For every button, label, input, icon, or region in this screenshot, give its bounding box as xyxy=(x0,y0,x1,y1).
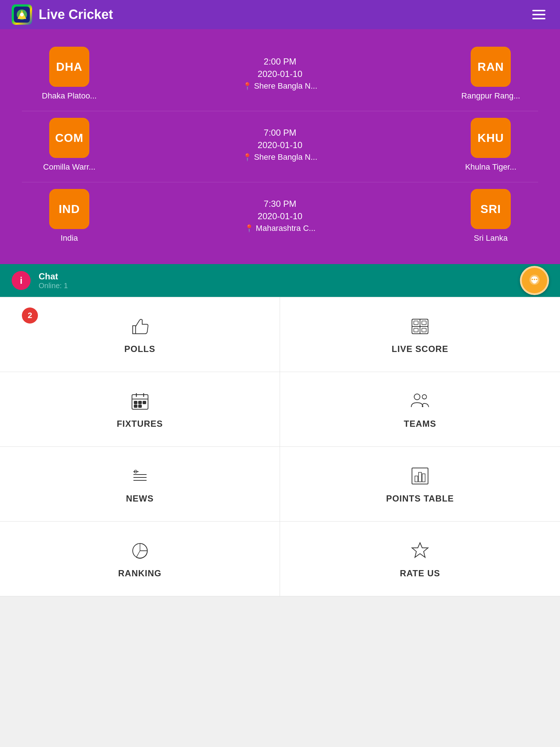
svg-rect-24 xyxy=(139,405,141,407)
app-title: Live Cricket xyxy=(39,7,113,22)
news-label: NEWS xyxy=(126,494,154,504)
svg-rect-15 xyxy=(422,328,426,332)
hamburger-menu[interactable] xyxy=(529,7,548,22)
grid-item-polls[interactable]: 2 POLLS xyxy=(0,297,280,372)
chat-bar[interactable]: i Chat Online: 1 xyxy=(0,264,560,297)
svg-rect-20 xyxy=(134,401,137,404)
team-ind-badge: IND xyxy=(49,189,89,229)
grid-item-live-score[interactable]: LIVE SCORE xyxy=(280,297,560,372)
team-dha-badge: DHA xyxy=(49,47,89,87)
chat-bubble-button[interactable] xyxy=(520,266,549,295)
team-sri: SRI Sri Lanka xyxy=(443,189,538,243)
match-row-3[interactable]: IND India 7:30 PM 2020-01-10 📍 Maharasht… xyxy=(22,182,538,253)
svg-point-2 xyxy=(20,13,24,16)
points-table-label: POINTS TABLE xyxy=(386,494,454,504)
team-sri-name: Sri Lanka xyxy=(474,233,508,243)
grid-item-teams[interactable]: TEAMS xyxy=(280,372,560,447)
svg-point-25 xyxy=(414,394,420,400)
match-info-1: 2:00 PM 2020-01-10 📍 Shere Bangla N... xyxy=(117,57,443,91)
match-venue-2: 📍 Shere Bangla N... xyxy=(243,152,318,162)
footer-space xyxy=(0,596,560,742)
grid-item-rate-us[interactable]: RATE US xyxy=(280,522,560,596)
svg-rect-35 xyxy=(422,474,425,482)
svg-rect-22 xyxy=(143,401,146,404)
team-ind: IND India xyxy=(22,189,117,243)
chat-info-button[interactable]: i xyxy=(12,271,31,290)
svg-point-26 xyxy=(422,395,427,399)
rate-us-label: RATE US xyxy=(400,568,440,578)
team-khu-badge: KHU xyxy=(471,118,511,158)
grid-section: 2 POLLS L xyxy=(0,297,560,596)
thumbs-up-icon xyxy=(128,315,152,338)
bar-chart-icon xyxy=(408,464,432,488)
calendar-icon xyxy=(128,390,152,413)
star-icon xyxy=(408,539,432,562)
ranking-label: RANKING xyxy=(118,568,162,578)
chat-label: Chat xyxy=(39,271,68,282)
match-info-2: 7:00 PM 2020-01-10 📍 Shere Bangla N... xyxy=(117,128,443,162)
pin-icon-1: 📍 xyxy=(243,82,252,90)
chat-online-count: Online: 1 xyxy=(39,282,68,290)
svg-rect-23 xyxy=(134,405,137,407)
match-time-3: 7:30 PM xyxy=(264,199,296,209)
grid-item-ranking[interactable]: RANKING xyxy=(0,522,280,596)
team-ran-badge: RAN xyxy=(471,47,511,87)
svg-rect-13 xyxy=(422,321,426,325)
team-khu-name: Khulna Tiger... xyxy=(465,162,517,172)
team-dha-name: Dhaka Platoo... xyxy=(42,91,97,101)
teams-icon xyxy=(408,390,432,413)
match-date-1: 2020-01-10 xyxy=(258,69,303,79)
match-row-2[interactable]: COM Comilla Warr... 7:00 PM 2020-01-10 📍… xyxy=(22,111,538,182)
svg-rect-21 xyxy=(139,401,141,404)
grid-container: 2 POLLS L xyxy=(0,297,560,596)
pin-icon-3: 📍 xyxy=(245,224,254,233)
chat-bubble-icon xyxy=(527,273,542,288)
pie-chart-icon xyxy=(128,539,152,562)
svg-rect-14 xyxy=(414,328,418,332)
app-logo xyxy=(12,4,32,25)
team-ran: RAN Rangpur Rang... xyxy=(443,47,538,101)
match-row-1[interactable]: DHA Dhaka Platoo... 2:00 PM 2020-01-10 📍… xyxy=(22,40,538,111)
matches-section: DHA Dhaka Platoo... 2:00 PM 2020-01-10 📍… xyxy=(0,29,560,264)
match-time-1: 2:00 PM xyxy=(264,57,296,67)
fixtures-label: FIXTURES xyxy=(117,419,163,429)
match-date-2: 2020-01-10 xyxy=(258,140,303,150)
match-time-2: 7:00 PM xyxy=(264,128,296,138)
svg-rect-33 xyxy=(415,476,418,482)
scoreboard-icon xyxy=(408,315,432,338)
team-sri-badge: SRI xyxy=(471,189,511,229)
grid-item-points-table[interactable]: POINTS TABLE xyxy=(280,447,560,522)
polls-badge: 2 xyxy=(22,307,38,324)
hamburger-line-1 xyxy=(532,10,545,11)
hamburger-line-2 xyxy=(532,14,545,15)
grid-item-fixtures[interactable]: FIXTURES xyxy=(0,372,280,447)
svg-rect-12 xyxy=(414,321,418,325)
match-info-3: 7:30 PM 2020-01-10 📍 Maharashtra C... xyxy=(117,199,443,233)
team-com: COM Comilla Warr... xyxy=(22,118,117,172)
hamburger-line-3 xyxy=(532,18,545,19)
team-dha: DHA Dhaka Platoo... xyxy=(22,47,117,101)
grid-item-news[interactable]: NEWS xyxy=(0,447,280,522)
header-left: Live Cricket xyxy=(12,4,113,25)
app-header: Live Cricket xyxy=(0,0,560,29)
svg-point-7 xyxy=(534,279,535,280)
chat-text: Chat Online: 1 xyxy=(39,271,68,290)
teams-label: TEAMS xyxy=(404,419,436,429)
svg-marker-37 xyxy=(412,543,428,557)
match-venue-3: 📍 Maharashtra C... xyxy=(245,224,316,233)
team-com-badge: COM xyxy=(49,118,89,158)
team-ran-name: Rangpur Rang... xyxy=(461,91,520,101)
news-icon xyxy=(128,464,152,488)
match-venue-1: 📍 Shere Bangla N... xyxy=(243,81,318,91)
team-ind-name: India xyxy=(61,233,78,243)
polls-label: POLLS xyxy=(124,344,155,354)
svg-point-6 xyxy=(532,279,533,280)
svg-point-8 xyxy=(536,279,537,280)
pin-icon-2: 📍 xyxy=(243,153,252,162)
team-khu: KHU Khulna Tiger... xyxy=(443,118,538,172)
team-com-name: Comilla Warr... xyxy=(43,162,95,172)
live-score-label: LIVE SCORE xyxy=(392,344,448,354)
svg-rect-34 xyxy=(419,472,421,482)
match-date-3: 2020-01-10 xyxy=(258,211,303,221)
